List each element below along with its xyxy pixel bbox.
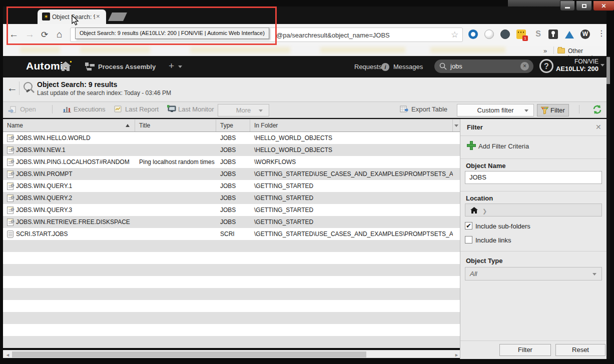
extension-lightbulb-icon[interactable]	[548, 30, 558, 39]
column-header-title[interactable]: Title	[135, 120, 216, 132]
mouse-cursor	[72, 15, 79, 28]
include-links-checkbox[interactable]	[465, 236, 472, 244]
object-folder	[250, 276, 453, 288]
extension-notes-icon[interactable]: 1	[516, 30, 526, 39]
table-row[interactable]	[3, 240, 460, 252]
bookmark-star-icon[interactable]: ☆	[451, 30, 458, 40]
divider	[460, 136, 607, 136]
global-search-input[interactable]	[434, 60, 533, 73]
scroll-left-icon[interactable]: ◄	[6, 352, 10, 358]
messages-button[interactable]: Messages	[393, 63, 423, 70]
more-label: More	[236, 106, 251, 114]
user-menu-chevron-icon[interactable]	[600, 64, 604, 66]
object-folder	[250, 300, 453, 312]
table-row[interactable]: JOBS.WIN.QUERY.3 JOBS \GETTING_STARTED	[3, 204, 460, 216]
scrollbar-thumb[interactable]	[12, 352, 366, 358]
object-type	[216, 264, 250, 276]
chevron-down-icon	[592, 273, 596, 276]
export-table-button[interactable]: Export Table	[411, 106, 447, 113]
table-body: JOBS.WIN.HELLO.WORLD JOBS \HELLO_WORLD_O…	[3, 132, 460, 348]
table-row[interactable]: JOBS.WIN.QUERY.1 JOBS \GETTING_STARTED	[3, 180, 460, 192]
table-row[interactable]: JOBS.WIN.QUERY.2 JOBS \GETTING_STARTED	[3, 192, 460, 204]
location-breadcrumb[interactable]: ❯	[465, 204, 602, 216]
add-filter-criteria-button[interactable]: Add Filter Criteria	[478, 142, 529, 150]
dots-icon	[518, 32, 524, 33]
object-title	[135, 252, 216, 264]
scrollbar-thumb[interactable]	[606, 57, 610, 84]
vertical-scrollbar[interactable]	[606, 56, 610, 359]
clear-search-icon[interactable]: ×	[520, 62, 529, 70]
object-name: JOBS.WIN.RETRIEVE.FREE.DISKSPACE	[16, 216, 130, 228]
last-report-button[interactable]: Last Report	[125, 106, 159, 113]
table-row[interactable]: JOBS.WIN.NEW.1 JOBS \HELLO_WORLD_OBJECTS	[3, 144, 460, 156]
table-row[interactable]	[3, 300, 460, 312]
bookmarks-overflow-icon[interactable]: »	[543, 47, 547, 54]
location-home-icon[interactable]	[470, 207, 478, 214]
refresh-icon[interactable]	[592, 104, 602, 116]
include-links-label: Include links	[475, 236, 511, 244]
table-row[interactable]	[3, 252, 460, 264]
table-row[interactable]	[3, 312, 460, 324]
column-header-name[interactable]: Name	[3, 120, 135, 132]
last-monitor-button[interactable]: Last Monitor	[178, 106, 214, 113]
filter-panel: Filter ✕ Add Filter Criteria Object Name…	[460, 119, 606, 359]
requests-button[interactable]: Requests	[354, 63, 382, 70]
extension-globe-icon[interactable]	[500, 30, 510, 39]
object-type	[216, 240, 250, 252]
table-row[interactable]	[3, 324, 460, 336]
object-type-dropdown[interactable]: All	[465, 267, 602, 280]
more-dropdown[interactable]: More	[218, 104, 269, 116]
table-row[interactable]: JOBS.WIN.RETRIEVE.FREE.DISKSPACE JOBS \G…	[3, 216, 460, 228]
global-search-value[interactable]: jobs	[450, 62, 462, 70]
url-text[interactable]: @pa/searchresult&object_name=JOBS	[276, 32, 390, 39]
extension-gray-circle-icon[interactable]	[484, 30, 494, 39]
minimize-button[interactable]	[560, 0, 575, 11]
object-title	[135, 276, 216, 288]
extension-s-icon[interactable]: S	[533, 30, 543, 39]
restore-button[interactable]	[576, 0, 592, 11]
table-row[interactable]: JOBS.WIN.PING.LOCALHOST#RANDOM Ping loca…	[3, 156, 460, 168]
table-row[interactable]	[3, 276, 460, 288]
executions-button[interactable]: Executions	[74, 106, 106, 113]
close-icon: ✕	[601, 2, 606, 10]
object-title	[135, 336, 216, 348]
chevron-down-icon[interactable]	[178, 66, 182, 68]
table-row[interactable]	[3, 264, 460, 276]
table-row[interactable]: SCRI.START.JOBS SCRI \GETTING_STARTED\US…	[3, 228, 460, 240]
blurred-bookmark	[320, 47, 405, 53]
custom-filter-dropdown[interactable]: Custom filter	[457, 104, 534, 116]
include-subfolders-checkbox[interactable]: ✔	[465, 222, 472, 230]
column-header-in-folder[interactable]: In Folder	[250, 120, 453, 132]
page-back-icon[interactable]: ←	[7, 82, 18, 94]
object-type: JOBS	[216, 144, 250, 156]
column-options-button[interactable]	[453, 120, 460, 132]
extension-w-icon[interactable]: W	[580, 30, 590, 39]
table-header: Name Title Type In Folder	[3, 119, 460, 132]
divider	[460, 251, 607, 252]
object-name: JOBS.WIN.QUERY.3	[16, 204, 72, 216]
object-folder: \WORKFLOWS	[250, 156, 453, 168]
nav-process-assembly[interactable]: Process Assembly	[98, 63, 156, 70]
table-row[interactable]	[3, 288, 460, 300]
table-row[interactable]: JOBS.WIN.HELLO.WORLD JOBS \HELLO_WORLD_O…	[3, 132, 460, 144]
add-tab-button[interactable]: +	[169, 60, 174, 72]
horizontal-scrollbar[interactable]: ◄ ►	[3, 350, 460, 358]
scroll-right-icon[interactable]: ►	[454, 352, 459, 358]
filter-toggle-button[interactable]: Filter	[537, 104, 569, 116]
close-button[interactable]: ✕	[593, 0, 614, 11]
table-row[interactable]	[3, 336, 460, 348]
extension-triangle-icon[interactable]	[565, 31, 574, 38]
app-home-icon[interactable]	[60, 62, 71, 73]
open-button[interactable]: Open	[20, 106, 36, 113]
extension-blue-circle-icon[interactable]	[468, 30, 478, 39]
open-icon	[8, 106, 17, 115]
browser-menu-icon[interactable]: ⋮	[597, 28, 605, 38]
table-row[interactable]: JOBS.WIN.PROMPT JOBS \GETTING_STARTED\US…	[3, 168, 460, 180]
apply-filter-button[interactable]: Filter	[499, 344, 551, 356]
reset-filter-button[interactable]: Reset	[555, 344, 605, 356]
column-header-type[interactable]: Type	[216, 120, 250, 132]
last-report-icon	[114, 106, 122, 114]
object-name-input[interactable]: JOBS	[465, 171, 602, 184]
object-search-icon	[22, 81, 36, 97]
filter-panel-close-icon[interactable]: ✕	[595, 123, 601, 131]
